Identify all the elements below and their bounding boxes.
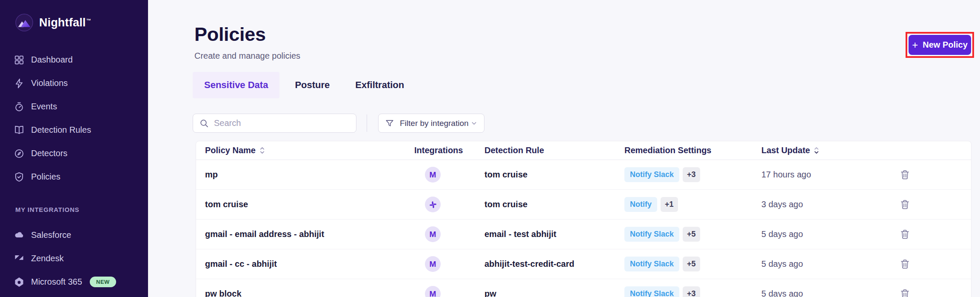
remediation-chip[interactable]: Notify Slack [624,167,679,182]
sidebar-item-detectors[interactable]: Detectors [0,142,148,165]
sidebar-item-microsoft-365[interactable]: Microsoft 365 NEW [0,270,148,294]
delete-policy-button[interactable] [899,288,911,297]
trash-icon [899,288,911,297]
column-header-detection-rule: Detection Rule [484,146,624,155]
gmail-integration-icon: M [425,167,441,183]
integration-cell: M [414,286,484,297]
last-update-cell: 17 hours ago [761,170,893,180]
actions-cell [893,288,971,297]
sort-icon-active-desc[interactable] [814,146,819,154]
tab-sensitive-data[interactable]: Sensitive Data [193,72,279,98]
sidebar-item-policies[interactable]: Policies [0,165,148,188]
remediation-extra-count-chip[interactable]: +3 [683,286,700,297]
remediation-chip[interactable]: Notify Slack [624,257,679,271]
salesforce-cloud-icon [14,230,25,241]
delete-policy-button[interactable] [899,169,911,180]
tab-exfiltration[interactable]: Exfiltration [345,72,414,98]
column-header-policy-name[interactable]: Policy Name [196,146,414,155]
delete-policy-button[interactable] [899,258,911,270]
book-icon [14,125,25,136]
remediation-extra-count-chip[interactable]: +5 [683,257,700,271]
brand-logo[interactable]: Nightfall™ [15,14,91,31]
shield-check-icon [14,171,25,183]
gmail-integration-icon: M [425,226,441,242]
sidebar-item-zendesk[interactable]: Zendesk [0,247,148,270]
table-row[interactable]: pw block M pw Notify Slack +3 5 days ago [196,279,971,297]
stopwatch-icon [14,101,25,112]
brand-name: Nightfall™ [39,16,91,29]
tab-posture[interactable]: Posture [285,72,340,98]
sidebar-item-dashboard[interactable]: Dashboard [0,48,148,71]
sidebar-item-label: Detectors [31,148,68,158]
policies-table-card: Policy Name Integrations Detection Rule … [196,141,971,297]
policy-name-cell: mp [196,170,414,180]
grid-icon [14,54,25,66]
remediation-extra-count-chip[interactable]: +1 [661,197,678,212]
remediation-extra-count-chip[interactable]: +3 [683,167,700,182]
remediation-chip[interactable]: Notify Slack [624,286,679,297]
column-header-last-update[interactable]: Last Update [761,146,893,155]
detection-rule-cell: email - test abhijit [484,229,624,239]
sort-icon[interactable] [259,146,265,154]
trash-icon [899,258,911,270]
sidebar-item-label: Salesforce [31,230,71,240]
remediation-cell: Notify Slack +3 [624,286,761,297]
sidebar-item-label: Dashboard [31,55,73,65]
sidebar-item-label: Events [31,102,57,111]
page-title: Policies [194,23,266,46]
sidebar-item-salesforce[interactable]: Salesforce [0,223,148,247]
sidebar: Nightfall™ Dashboard Violations [0,0,148,297]
remediation-cell: Notify Slack +5 [624,257,761,271]
chevron-down-icon [470,120,478,127]
table-row[interactable]: gmail - cc - abhijit M abhijit-test-cred… [196,249,971,279]
policy-name-cell: pw block [196,289,414,297]
search-icon [199,119,209,128]
delete-policy-button[interactable] [899,228,911,240]
sidebar-item-label: Violations [31,78,68,88]
microsoft-365-icon [14,277,25,288]
integration-cell: M [414,226,484,242]
remediation-chip[interactable]: Notify [624,197,657,212]
new-badge: NEW [90,277,116,287]
filter-by-integration-dropdown[interactable]: Filter by integration [378,114,484,133]
policy-tabs: Sensitive Data Posture Exfiltration [193,72,414,98]
sidebar-item-label: Microsoft 365 [31,277,82,287]
actions-cell [893,258,971,270]
lightning-icon [14,78,25,89]
toolbar-divider [367,114,367,132]
annotation-highlight-box: + New Policy [906,32,974,58]
trademark: ™ [86,18,91,23]
table-row[interactable]: mp M tom cruise Notify Slack +3 17 hours… [196,160,971,190]
gmail-integration-icon: M [425,286,441,297]
last-update-cell: 5 days ago [761,289,893,297]
remediation-extra-count-chip[interactable]: +5 [683,227,700,242]
filter-label: Filter by integration [400,119,469,128]
main-content: Policies Create and manage policies + Ne… [148,0,980,297]
policy-name-cell: tom cruise [196,200,414,209]
trash-icon [899,169,911,180]
table-row[interactable]: tom cruise M tom cruise Notify +1 3 days… [196,190,971,220]
detection-rule-cell: tom cruise [484,170,624,180]
new-policy-button[interactable]: + New Policy [909,35,971,55]
search-box[interactable] [193,114,356,133]
table-header-row: Policy Name Integrations Detection Rule … [196,141,971,160]
funnel-icon [385,119,394,128]
sidebar-item-label: Policies [31,172,60,182]
gmail-integration-icon: M [425,256,441,272]
sidebar-item-detection-rules[interactable]: Detection Rules [0,118,148,142]
sidebar-item-label: Detection Rules [31,125,91,135]
sidebar-item-label: Zendesk [31,254,64,263]
integrations-nav: Salesforce Zendesk Microsoft 365 NEW [0,223,148,294]
delete-policy-button[interactable] [899,199,911,210]
sidebar-item-events[interactable]: Events [0,95,148,118]
remediation-cell: Notify +1 [624,197,761,212]
zendesk-icon [14,253,25,264]
toolbar: Filter by integration [193,114,484,133]
remediation-cell: Notify Slack +3 [624,167,761,182]
last-update-cell: 5 days ago [761,259,893,269]
compass-icon [14,148,25,159]
sidebar-item-violations[interactable]: Violations [0,71,148,95]
remediation-chip[interactable]: Notify Slack [624,227,679,242]
search-input[interactable] [214,118,342,128]
table-row[interactable]: gmail - email address - abhijit M email … [196,220,971,249]
